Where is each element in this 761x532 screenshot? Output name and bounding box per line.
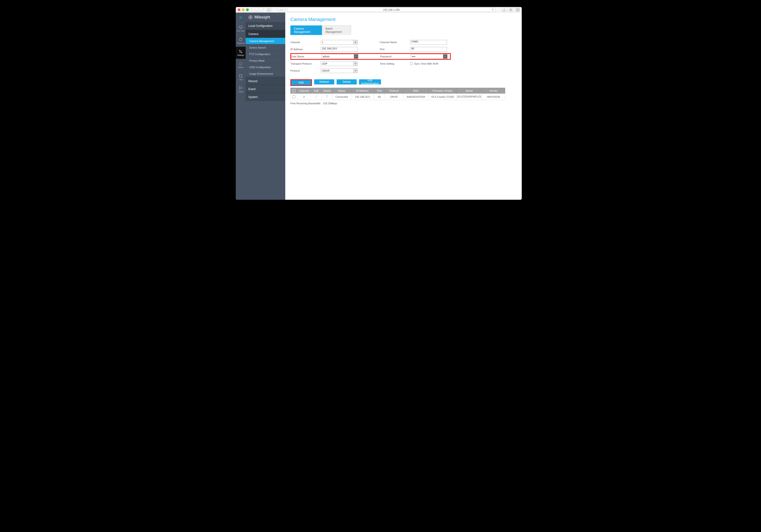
edit-auth-button[interactable]: Edit Authentication — [359, 79, 381, 84]
sidebar-item-logout[interactable]: Logout — [236, 83, 246, 95]
sidebar-item-playback[interactable]: Playback — [236, 34, 246, 47]
credentials-row-highlight: User Name admin⋯ Password ••••⋯ — [290, 53, 451, 60]
checkbox-icon — [410, 62, 413, 65]
trash-icon — [325, 95, 329, 98]
chevron-down-icon — [353, 62, 357, 66]
cell-select[interactable] — [291, 93, 297, 100]
input-channel-name[interactable]: CAM1 — [410, 40, 447, 45]
window-controls — [238, 8, 249, 11]
keypad-icon[interactable]: ⋯ — [354, 54, 358, 59]
tab-camera-management[interactable]: Camera Management — [290, 26, 322, 35]
select-transport[interactable]: UDP — [321, 61, 358, 66]
refresh-button[interactable]: Refresh — [314, 79, 334, 84]
sidebar-item-swap[interactable] — [236, 13, 246, 23]
sidebar-item-status[interactable]: Status — [236, 59, 246, 71]
th-channel: Channel — [297, 88, 311, 93]
main-content: Camera Management Camera Management Batc… — [285, 13, 522, 200]
menu-sidebar: Milesight Local Configuration Camera Cam… — [246, 13, 285, 200]
checkbox-label: Sync Time With NVR — [414, 62, 439, 65]
th-port: Port — [374, 88, 385, 93]
cell-protocol: ONVIF — [385, 93, 403, 100]
action-buttons: Add Refresh Delete Edit Authentication — [290, 79, 517, 86]
bandwidth-info: Free Receiving Bandwidth: 153.25Mbps — [290, 102, 517, 105]
menu-sub-osd[interactable]: OSD Configuration — [246, 64, 285, 71]
logout-icon — [239, 86, 243, 90]
menu-local-config[interactable]: Local Configuration — [246, 22, 285, 30]
forward-button[interactable]: › — [258, 8, 263, 12]
label-protocol: Protocol — [290, 69, 321, 72]
menu-system[interactable]: System — [246, 93, 285, 101]
th-fw: Firmware Version — [429, 88, 456, 93]
th-status: Status — [332, 88, 351, 93]
address-bar[interactable]: 192.168.1.200 ⟳ — [287, 8, 496, 12]
input-username[interactable]: admin⋯ — [322, 54, 358, 59]
maximize-window-button[interactable] — [246, 8, 249, 11]
menu-sub-camera-management[interactable]: Camera Management — [246, 38, 285, 44]
input-port[interactable]: 80 — [410, 47, 447, 52]
bandwidth-label: Free Receiving Bandwidth: — [290, 102, 321, 105]
status-icon — [239, 62, 243, 66]
share-button[interactable] — [502, 8, 507, 12]
icon-sidebar: Live View Playback Settings Status Logs … — [236, 13, 246, 200]
table-header-row: Channel Edit Delete Status IP Address Po… — [291, 88, 505, 93]
input-ip[interactable]: 192.168.20.6 — [321, 47, 358, 52]
pencil-icon — [315, 95, 318, 98]
keypad-icon[interactable]: ⋯ — [443, 54, 447, 59]
th-protocol: Protocol — [385, 88, 403, 93]
th-mac: MAC — [403, 88, 429, 93]
brand-icon — [248, 15, 253, 20]
tab-batch-management[interactable]: Batch Management — [322, 26, 351, 35]
minimize-window-button[interactable] — [242, 8, 245, 11]
sidebar-item-settings[interactable]: Settings — [236, 47, 246, 59]
sidebar-label: Settings — [237, 54, 244, 56]
svg-line-12 — [240, 64, 240, 65]
cell-delete[interactable] — [322, 93, 332, 100]
sidebar-item-liveview[interactable]: Live View — [236, 23, 246, 34]
tabs: Camera Management Batch Management — [290, 26, 351, 35]
chevron-down-icon — [353, 69, 357, 73]
select-protocol[interactable]: ONVIF — [321, 68, 358, 73]
input-password[interactable]: ••••⋯ — [411, 54, 447, 59]
sidebar-label: Logs — [239, 79, 243, 80]
new-tab-button[interactable]: + — [516, 8, 520, 12]
cell-ip: 192.168.20.5 — [351, 93, 374, 100]
menu-sub-device-search[interactable]: Device Search — [246, 44, 285, 51]
menu-record[interactable]: Record — [246, 77, 285, 85]
reload-icon[interactable]: ⟳ — [492, 8, 494, 11]
sidebar-label: Logout — [238, 90, 244, 93]
tools-icon — [239, 49, 243, 54]
cell-edit[interactable] — [311, 93, 322, 100]
sidebar-label: Playback — [237, 42, 244, 44]
sidebar-toggle-button[interactable] — [266, 8, 272, 12]
menu-sub-image[interactable]: Image Enhancement — [246, 71, 285, 77]
sidebar-item-logs[interactable]: Logs — [236, 71, 246, 83]
camera-table: Channel Edit Delete Status IP Address Po… — [290, 88, 505, 100]
page-title: Camera Management — [290, 17, 517, 22]
add-button[interactable]: Add — [291, 80, 311, 85]
tabs-icon — [509, 8, 512, 11]
svg-point-5 — [239, 38, 242, 41]
reader-button[interactable] — [278, 8, 285, 12]
svg-rect-2 — [510, 9, 511, 11]
table-row[interactable]: 2 Connected 192.168.20.5 80 ONVIF B4A382… — [291, 93, 505, 100]
label-username: User Name — [291, 55, 322, 58]
tabs-button[interactable] — [508, 8, 513, 12]
svg-rect-4 — [239, 26, 242, 28]
close-window-button[interactable] — [238, 8, 240, 11]
titlebar: ‹ › 192.168.1.200 ⟳ + — [236, 7, 522, 13]
menu-sub-privacy[interactable]: Privacy Mask — [246, 57, 285, 64]
label-timesetting: Time Setting — [380, 62, 410, 65]
back-button[interactable]: ‹ — [252, 8, 258, 12]
label-port: Port — [380, 48, 410, 51]
menu-camera[interactable]: Camera — [246, 30, 285, 38]
menu-event[interactable]: Event — [246, 85, 285, 93]
sidebar-label: Status — [238, 66, 244, 68]
svg-rect-3 — [510, 9, 512, 10]
select-channel[interactable]: 1 — [321, 40, 358, 45]
th-delete: Delete — [322, 88, 332, 93]
checkbox-sync-time[interactable]: Sync Time With NVR — [410, 62, 439, 65]
delete-button[interactable]: Delete — [337, 79, 357, 84]
th-select[interactable] — [291, 88, 297, 93]
menu-sub-ptz[interactable]: PTZ Configuration — [246, 51, 285, 57]
th-model: Model — [456, 88, 482, 93]
